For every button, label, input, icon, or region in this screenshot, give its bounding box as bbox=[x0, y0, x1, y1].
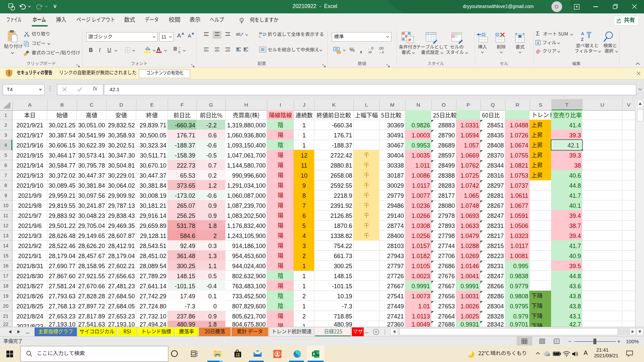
svg-text:≠: ≠ bbox=[408, 37, 411, 43]
svg-text:Z: Z bbox=[581, 37, 584, 42]
svg-text:X: X bbox=[313, 352, 315, 356]
svg-text:ab: ab bbox=[236, 32, 240, 37]
svg-text:c: c bbox=[259, 35, 261, 38]
svg-text:A: A bbox=[581, 31, 584, 36]
svg-text:ab: ab bbox=[259, 32, 262, 35]
